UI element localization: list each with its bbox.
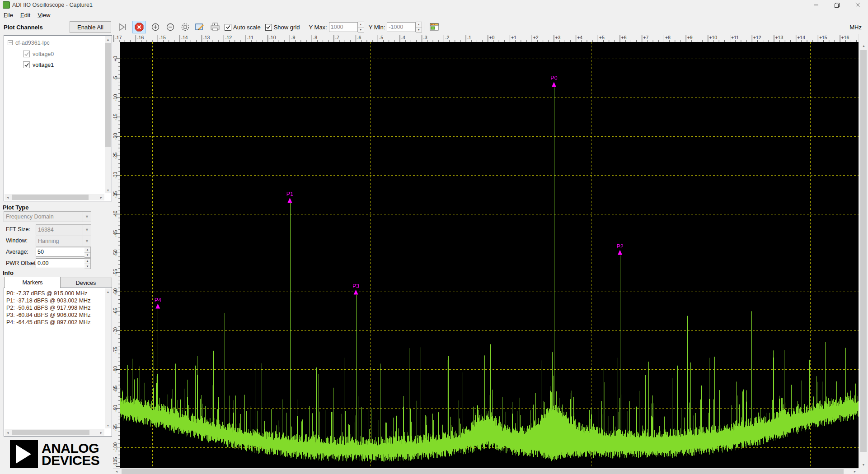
- zoom-in-icon: [151, 23, 160, 32]
- y-min-label: Y Min:: [369, 24, 385, 31]
- save-plot-button[interactable]: [195, 22, 206, 33]
- pwr-offset-spinner[interactable]: ▲▼: [84, 258, 91, 269]
- menu-file[interactable]: File: [0, 11, 17, 19]
- svg-text:-1: -1: [467, 35, 471, 40]
- svg-text:-85: -85: [113, 386, 118, 392]
- average-input[interactable]: [36, 247, 85, 257]
- svg-text:-15: -15: [113, 113, 118, 120]
- tree-hscrollbar[interactable]: ◄ ►: [5, 194, 104, 200]
- scroll-up-arrow[interactable]: ▲: [105, 36, 111, 42]
- scroll-down-arrow[interactable]: ▼: [105, 187, 111, 193]
- window-combo: Hanning ▼: [36, 236, 91, 246]
- svg-text:-4: -4: [401, 35, 405, 40]
- average-spinner[interactable]: ▲▼: [84, 247, 91, 258]
- window-value: Hanning: [36, 238, 83, 244]
- restore-button[interactable]: [826, 0, 847, 10]
- scroll-right-arrow[interactable]: ►: [98, 429, 104, 436]
- markers-list: P0: -7.37 dBFS @ 915.000 MHz P1: -37.18 …: [4, 288, 112, 437]
- scroll-up-arrow[interactable]: ▲: [859, 42, 868, 49]
- stop-capture-button[interactable]: [132, 21, 146, 33]
- info-label: Info: [3, 270, 14, 276]
- zoom-in-button[interactable]: [150, 22, 161, 33]
- logo-line1: ANALOG: [42, 442, 99, 454]
- plot-type-combo: Frequency Domain ▼: [4, 211, 91, 222]
- svg-text:-14: -14: [181, 35, 188, 40]
- plot-channels-label: Plot Channels: [4, 24, 70, 31]
- scroll-right-arrow[interactable]: ►: [98, 194, 104, 200]
- plot-hscrollbar[interactable]: ◄ ►: [113, 468, 859, 474]
- pwr-offset-input[interactable]: [36, 258, 85, 268]
- marker-readout: P1: -37.18 dBFS @ 903.002 MHz: [6, 297, 112, 304]
- svg-text:+0: +0: [489, 35, 494, 40]
- scroll-right-arrow[interactable]: ►: [851, 469, 859, 474]
- svg-text:+10: +10: [709, 35, 717, 40]
- tree-vscrollbar[interactable]: ▲ ▼: [105, 36, 111, 193]
- scroll-up-arrow[interactable]: ▲: [105, 288, 111, 295]
- svg-text:-70: -70: [113, 327, 118, 334]
- svg-text:+6: +6: [621, 35, 627, 40]
- svg-text:-100: -100: [113, 442, 118, 452]
- check-icon: [226, 25, 230, 29]
- svg-text:+12: +12: [753, 35, 761, 40]
- scroll-left-arrow[interactable]: ◄: [113, 469, 120, 474]
- markers-hscroll-thumb[interactable]: [12, 430, 89, 435]
- svg-text:+1: +1: [511, 35, 516, 40]
- channel-tree: cf-ad9361-lpc voltage0 voltage1 ▲ ▼ ◄ ►: [4, 35, 112, 201]
- check-icon: [24, 52, 29, 56]
- window-label: Window:: [6, 237, 28, 244]
- svg-text:-105: -105: [113, 457, 118, 466]
- adi-triangle-icon: [10, 440, 38, 468]
- plot-hscroll-thumb[interactable]: [122, 469, 844, 474]
- svg-text:-7: -7: [335, 35, 339, 40]
- y-max-spinner[interactable]: ▲▼: [358, 22, 364, 33]
- show-grid-checkbox[interactable]: Show grid: [265, 24, 300, 31]
- device-node-label[interactable]: cf-ad9361-lpc: [15, 40, 50, 46]
- scroll-left-arrow[interactable]: ◄: [5, 194, 11, 200]
- info-tabs: Markers Devices: [5, 277, 112, 288]
- new-plot-window-icon: [429, 23, 439, 32]
- menu-bar: File Edit View: [0, 10, 868, 20]
- plot-type-label: Plot Type: [3, 204, 29, 211]
- svg-text:-75: -75: [113, 347, 118, 353]
- fft-size-label: FFT Size:: [6, 226, 30, 232]
- y-min-spinner[interactable]: ▲▼: [416, 22, 422, 33]
- check-icon: [266, 25, 271, 29]
- step-forward-icon: [118, 23, 127, 31]
- voltage0-label: voltage0: [33, 51, 54, 57]
- svg-text:+15: +15: [819, 35, 827, 40]
- save-plot-icon: [195, 23, 205, 32]
- plot-vscrollbar[interactable]: ▲ ▼: [859, 34, 868, 468]
- markers-hscrollbar[interactable]: ◄ ►: [5, 429, 104, 436]
- markers-vscrollbar[interactable]: ▲ ▼: [105, 288, 111, 428]
- print-button[interactable]: [210, 22, 221, 33]
- menu-view[interactable]: View: [34, 11, 54, 19]
- svg-text:-90: -90: [113, 405, 118, 412]
- svg-text:+4: +4: [577, 35, 582, 40]
- spectrum-canvas[interactable]: [120, 42, 859, 468]
- tree-expander-collapse[interactable]: [8, 40, 13, 45]
- minimize-button[interactable]: [806, 0, 826, 10]
- tree-vscroll-thumb[interactable]: [105, 43, 111, 147]
- close-button[interactable]: [847, 0, 868, 10]
- voltage1-checkbox[interactable]: [23, 61, 30, 68]
- auto-scale-checkbox[interactable]: Auto scale: [225, 24, 261, 31]
- scroll-down-arrow[interactable]: ▼: [859, 461, 868, 468]
- svg-text:-55: -55: [113, 269, 118, 276]
- plot-vscroll-thumb[interactable]: [860, 50, 867, 452]
- x-unit-label: MHz: [849, 24, 862, 31]
- zoom-out-button[interactable]: [165, 22, 176, 33]
- scroll-down-arrow[interactable]: ▼: [105, 422, 111, 428]
- svg-text:+13: +13: [775, 35, 783, 40]
- svg-text:-5: -5: [113, 76, 118, 80]
- tab-markers[interactable]: Markers: [5, 277, 61, 288]
- capture-play-button[interactable]: [117, 22, 128, 33]
- svg-text:+8: +8: [665, 35, 671, 40]
- enable-all-button[interactable]: Enable All: [70, 21, 111, 33]
- scroll-left-arrow[interactable]: ◄: [5, 429, 11, 436]
- tab-devices[interactable]: Devices: [60, 278, 112, 288]
- marker-readout: P2: -50.61 dBFS @ 917.998 MHz: [6, 304, 112, 311]
- zoom-fit-button[interactable]: [180, 22, 191, 33]
- menu-edit[interactable]: Edit: [17, 11, 34, 19]
- new-plot-button[interactable]: [429, 22, 440, 33]
- tree-hscroll-thumb[interactable]: [12, 195, 89, 200]
